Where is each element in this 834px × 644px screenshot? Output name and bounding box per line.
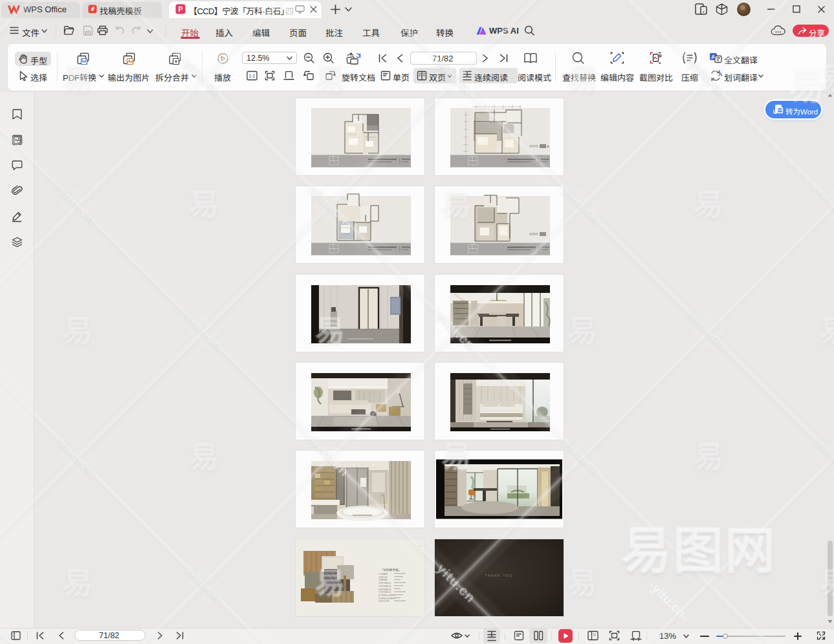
svg-text:1 GLASS: 1 GLASS [379,573,388,575]
svg-text:9 UPHOLSTERY: 9 UPHOLSTERY [379,597,395,599]
svg-text:P: P [178,5,182,13]
svg-text:6 STONE-03: 6 STONE-03 [379,588,391,590]
svg-text:1:1: 1:1 [249,74,256,78]
svg-text:A: A [718,71,722,78]
svg-text:10 FLOOR: 10 FLOOR [379,600,390,603]
svg-text:4 STONE-01: 4 STONE-01 [379,582,391,585]
svg-text:2 WOOD: 2 WOOD [379,575,388,578]
svg-text:「材料概念板」: 「材料概念板」 [380,568,401,572]
svg-text:8 UPHOLSTERY: 8 UPHOLSTERY [379,594,395,597]
svg-text:7 STONE-04: 7 STONE-04 [379,591,391,594]
svg-text:x: x [711,76,714,82]
svg-text:3 METAL: 3 METAL [379,579,388,581]
svg-text:THANK YOU: THANK YOU [485,574,512,577]
svg-text:5 STONE-02: 5 STONE-02 [379,585,391,587]
